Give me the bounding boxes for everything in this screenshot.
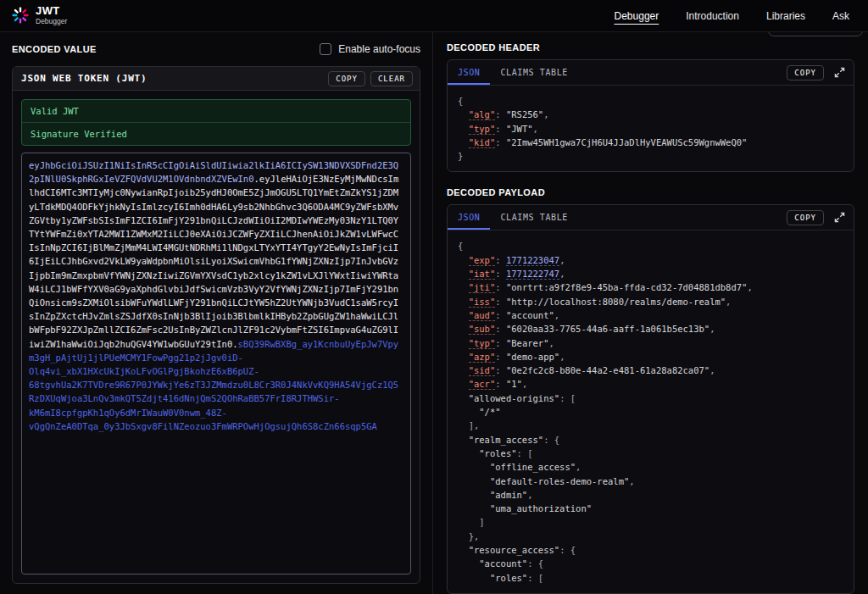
header-tab-claims-table[interactable]: CLAIMS TABLE [490,60,577,85]
brand-subtitle: Debugger [36,18,67,26]
encoded-panel: ENCODED VALUE Enable auto-focus JSON WEB… [0,32,432,594]
token-status-box: Valid JWT Signature Verified [21,99,411,146]
decoded-header-card: JSON CLAIMS TABLE COPY { "alg": "RS256",… [447,59,854,172]
autofocus-label: Enable auto-focus [338,43,420,55]
payload-expand-button[interactable] [832,210,847,225]
brand[interactable]: JWT Debugger [12,5,67,26]
nav-links: Debugger Introduction Libraries Ask [615,10,856,22]
brand-title: JWT [36,5,67,18]
nav-item-debugger[interactable]: Debugger [615,10,659,22]
token-copy-button[interactable]: COPY [328,71,365,86]
header-copy-button[interactable]: COPY [787,65,824,80]
encoded-token-input[interactable]: eyJhbGciOiJSUzI1NiIsInR5cCIgOiAiSldUIiwi… [21,153,411,575]
nav-item-libraries[interactable]: Libraries [766,10,805,22]
top-nav: JWT Debugger Debugger Introduction Libra… [0,0,868,32]
status-signature-verified: Signature Verified [22,122,410,145]
payload-tab-json[interactable]: JSON [448,205,490,230]
encoded-section-title: ENCODED VALUE [12,44,97,54]
token-card-title: JSON WEB TOKEN (JWT) [21,73,147,84]
header-tab-json[interactable]: JSON [448,60,490,85]
status-valid-jwt: Valid JWT [22,100,410,122]
decoded-header-json: { "alg": "RS256", "typ": "JWT", "kid": "… [448,86,854,171]
decoded-payload-json: { "exp": 1771223047, "iat": 1771222747, … [448,230,854,592]
token-payload-segment: eyJleHAiOjE3NzEyMjMwNDcsImlhdCI6MTc3MTIy… [29,174,398,348]
nav-item-ask[interactable]: Ask [832,10,849,22]
decoded-payload-card: JSON CLAIMS TABLE COPY { "exp": 17712230… [447,204,854,593]
token-clear-button[interactable]: CLEAR [370,71,413,86]
decoded-panel: DECODED HEADER JSON CLAIMS TABLE COPY [432,32,868,594]
payload-tab-claims-table[interactable]: CLAIMS TABLE [490,205,577,230]
token-signature-segment: sBQ39RwBXBg_ay1KcnbuUyEpJw7Vpym3gH_pAjtU… [29,339,398,431]
decoded-payload-title: DECODED PAYLOAD [447,187,854,197]
jwt-token-card: JSON WEB TOKEN (JWT) COPY CLEAR Valid JW… [12,66,420,584]
payload-copy-button[interactable]: COPY [787,210,824,225]
autofocus-checkbox[interactable] [320,43,331,55]
jwt-logo-icon [12,7,29,24]
header-expand-button[interactable] [832,65,847,80]
expand-icon [834,67,845,78]
nav-item-introduction[interactable]: Introduction [686,10,739,22]
expand-icon [834,212,845,223]
decoded-header-title: DECODED HEADER [447,42,854,53]
